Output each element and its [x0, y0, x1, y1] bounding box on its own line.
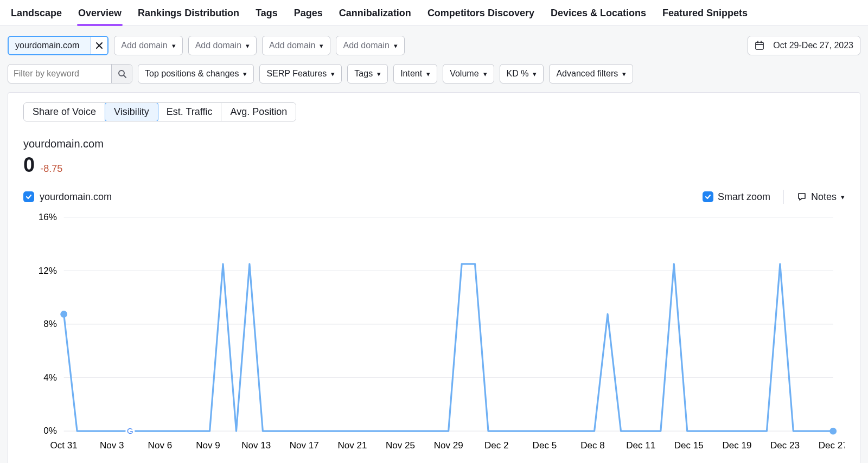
svg-text:G: G: [127, 426, 133, 435]
svg-text:Nov 9: Nov 9: [196, 440, 220, 451]
svg-text:16%: 16%: [39, 212, 57, 222]
filter-intent[interactable]: Intent▾: [393, 64, 437, 83]
keyword-search-input[interactable]: [8, 65, 111, 83]
date-range-label: Oct 29-Dec 27, 2023: [773, 41, 853, 50]
legend-checkbox[interactable]: [23, 191, 34, 202]
notes-button[interactable]: Notes ▾: [797, 191, 845, 203]
metric-tab-avg-position[interactable]: Avg. Position: [221, 103, 296, 121]
nav-tab-devices-locations[interactable]: Devices & Locations: [550, 5, 647, 25]
svg-rect-0: [756, 42, 763, 49]
keyword-search: [8, 64, 132, 83]
svg-text:Oct 31: Oct 31: [50, 440, 78, 451]
metric-tab-share-of-voice[interactable]: Share of Voice: [24, 103, 105, 121]
nav-tab-cannibalization[interactable]: Cannibalization: [338, 5, 412, 25]
add-domain-label: Add domain: [269, 41, 315, 50]
chart-panel: Share of VoiceVisibilityEst. TrafficAvg.…: [8, 92, 860, 463]
filter-serp-features[interactable]: SERP Features▾: [259, 64, 342, 83]
svg-text:Dec 15: Dec 15: [674, 440, 704, 451]
metric-value: 0: [23, 153, 35, 177]
chevron-down-icon: ▾: [426, 70, 430, 78]
metric-domain: yourdomain.com: [23, 138, 845, 150]
notes-label: Notes: [811, 191, 837, 203]
svg-text:Dec 5: Dec 5: [533, 440, 557, 451]
metric-tab-visibility[interactable]: Visibility: [105, 102, 158, 121]
filter-label: KD %: [507, 69, 529, 79]
filter-top-positions-changes[interactable]: Top positions & changes▾: [138, 64, 254, 83]
svg-text:Nov 21: Nov 21: [337, 440, 367, 451]
filter-label: Tags: [354, 69, 373, 79]
add-domain-button[interactable]: Add domain▾: [262, 36, 330, 55]
keyword-search-button[interactable]: [111, 65, 132, 83]
metric-tab-est-traffic[interactable]: Est. Traffic: [158, 103, 222, 121]
chevron-down-icon: ▾: [483, 70, 487, 78]
svg-point-30: [829, 428, 837, 435]
visibility-chart[interactable]: 0%4%8%12%16%Oct 31Nov 3Nov 6Nov 9Nov 13N…: [23, 211, 845, 454]
domain-filter-row: yourdomain.com Add domain▾Add domain▾Add…: [0, 26, 868, 60]
add-domain-button[interactable]: Add domain▾: [188, 36, 257, 55]
close-icon: [95, 42, 103, 49]
chevron-down-icon: ▾: [377, 70, 381, 78]
divider: [783, 190, 784, 204]
svg-text:Nov 13: Nov 13: [241, 440, 271, 451]
chart-legend-row: yourdomain.com Smart zoom Notes ▾: [23, 190, 845, 204]
add-domain-button[interactable]: Add domain▾: [114, 36, 182, 55]
chevron-down-icon: ▾: [841, 193, 845, 201]
legend-domain: yourdomain.com: [40, 191, 112, 203]
check-icon: [704, 193, 712, 201]
svg-point-29: [60, 311, 67, 318]
svg-text:Dec 8: Dec 8: [580, 440, 605, 451]
metric-tabs: Share of VoiceVisibilityEst. TrafficAvg.…: [23, 102, 296, 121]
add-domain-label: Add domain: [121, 41, 167, 50]
check-icon: [25, 193, 33, 201]
svg-text:Dec 27: Dec 27: [819, 440, 845, 451]
svg-text:12%: 12%: [39, 266, 57, 276]
filter-volume[interactable]: Volume▾: [443, 64, 494, 83]
smart-zoom-checkbox: [703, 191, 713, 202]
svg-text:Dec 2: Dec 2: [484, 440, 509, 451]
domain-chip-label: yourdomain.com: [9, 41, 86, 50]
filter-tags[interactable]: Tags▾: [347, 64, 388, 83]
filter-advanced-filters[interactable]: Advanced filters▾: [549, 64, 633, 83]
add-domain-label: Add domain: [195, 41, 241, 50]
top-nav: LandscapeOverviewRankings DistributionTa…: [0, 0, 868, 26]
smart-zoom-toggle[interactable]: Smart zoom: [703, 191, 770, 203]
svg-text:Dec 23: Dec 23: [770, 440, 800, 451]
svg-text:Nov 29: Nov 29: [434, 440, 463, 451]
add-domain-button[interactable]: Add domain▾: [336, 36, 404, 55]
svg-text:Nov 17: Nov 17: [290, 440, 319, 451]
nav-tab-landscape[interactable]: Landscape: [10, 5, 63, 25]
nav-tab-featured-snippets[interactable]: Featured Snippets: [661, 5, 749, 25]
svg-text:0%: 0%: [43, 426, 57, 436]
filter-kd-[interactable]: KD %▾: [500, 64, 544, 83]
chevron-down-icon: ▾: [246, 42, 250, 50]
chevron-down-icon: ▾: [394, 42, 398, 50]
svg-text:Dec 11: Dec 11: [626, 440, 655, 451]
metric-summary: yourdomain.com 0 -8.75: [23, 138, 845, 177]
nav-tab-rankings-distribution[interactable]: Rankings Distribution: [137, 5, 240, 25]
filter-label: Volume: [450, 69, 478, 79]
chevron-down-icon: ▾: [331, 70, 335, 78]
metric-delta: -8.75: [40, 163, 62, 175]
svg-text:4%: 4%: [43, 372, 57, 383]
date-range-picker[interactable]: Oct 29-Dec 27, 2023: [748, 36, 860, 55]
svg-text:Nov 25: Nov 25: [386, 440, 415, 451]
svg-text:Nov 6: Nov 6: [148, 440, 173, 451]
domain-chip-close[interactable]: [90, 37, 107, 54]
svg-text:Dec 19: Dec 19: [722, 440, 751, 451]
filter-label: Top positions & changes: [145, 69, 239, 79]
keyword-filter-row: Top positions & changes▾SERP Features▾Ta…: [0, 60, 868, 88]
search-icon: [118, 69, 126, 78]
nav-tab-tags[interactable]: Tags: [254, 5, 279, 25]
nav-tab-pages[interactable]: Pages: [293, 5, 324, 25]
nav-tab-overview[interactable]: Overview: [77, 5, 123, 25]
note-icon: [797, 192, 807, 202]
domain-chip[interactable]: yourdomain.com: [8, 36, 108, 55]
filter-label: Advanced filters: [556, 69, 618, 79]
filter-label: Intent: [400, 69, 422, 79]
filter-label: SERP Features: [266, 69, 327, 79]
chart-canvas: 0%4%8%12%16%Oct 31Nov 3Nov 6Nov 9Nov 13N…: [23, 211, 845, 454]
nav-tab-competitors-discovery[interactable]: Competitors Discovery: [426, 5, 535, 25]
svg-text:Nov 3: Nov 3: [100, 440, 124, 451]
add-domain-label: Add domain: [343, 41, 389, 50]
svg-text:8%: 8%: [43, 319, 57, 329]
